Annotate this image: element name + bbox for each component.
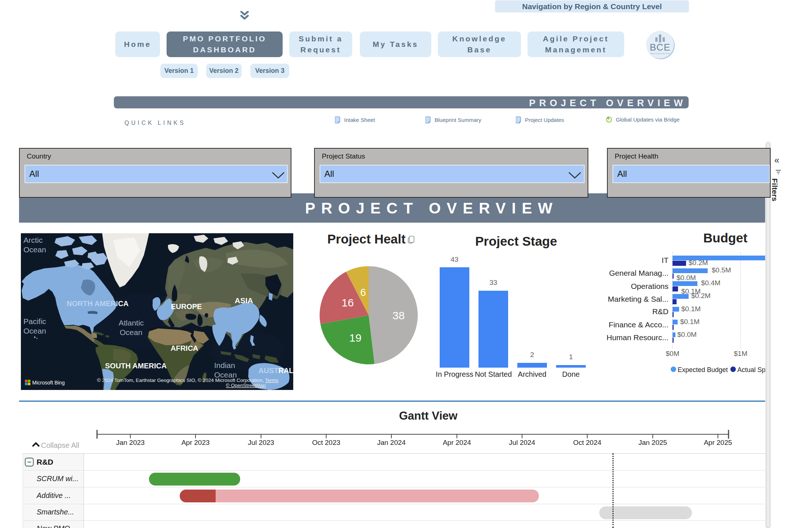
svg-text:38: 38 bbox=[392, 309, 405, 321]
svg-text:19: 19 bbox=[349, 332, 361, 344]
svg-text:Atlantic: Atlantic bbox=[119, 319, 144, 327]
svg-text:AUSTRALIA: AUSTRALIA bbox=[258, 367, 293, 375]
svg-text:Microsoft Bing: Microsoft Bing bbox=[32, 380, 65, 386]
svg-text:EUROPE: EUROPE bbox=[171, 302, 202, 311]
svg-text:AFRICA: AFRICA bbox=[171, 344, 198, 352]
svg-text:Pacific: Pacific bbox=[23, 317, 46, 326]
svg-text:© OpenStreetMap: © OpenStreetMap bbox=[226, 383, 266, 388]
svg-text:Ocean: Ocean bbox=[23, 245, 46, 254]
svg-text:SOUTH AMERICA: SOUTH AMERICA bbox=[105, 362, 167, 370]
svg-text:Ocean: Ocean bbox=[23, 327, 46, 335]
svg-text:6: 6 bbox=[360, 287, 366, 298]
svg-text:16: 16 bbox=[342, 297, 354, 309]
svg-text:© 2024 TomTom, Earthstar Geogr: © 2024 TomTom, Earthstar Geographics SIO… bbox=[97, 378, 279, 383]
svg-text:Ocean: Ocean bbox=[120, 328, 142, 336]
svg-text:NORTH AMERICA: NORTH AMERICA bbox=[67, 300, 128, 308]
svg-text:ASIA: ASIA bbox=[235, 296, 253, 305]
svg-text:Arctic: Arctic bbox=[23, 236, 43, 244]
svg-text:Indian: Indian bbox=[214, 361, 235, 369]
